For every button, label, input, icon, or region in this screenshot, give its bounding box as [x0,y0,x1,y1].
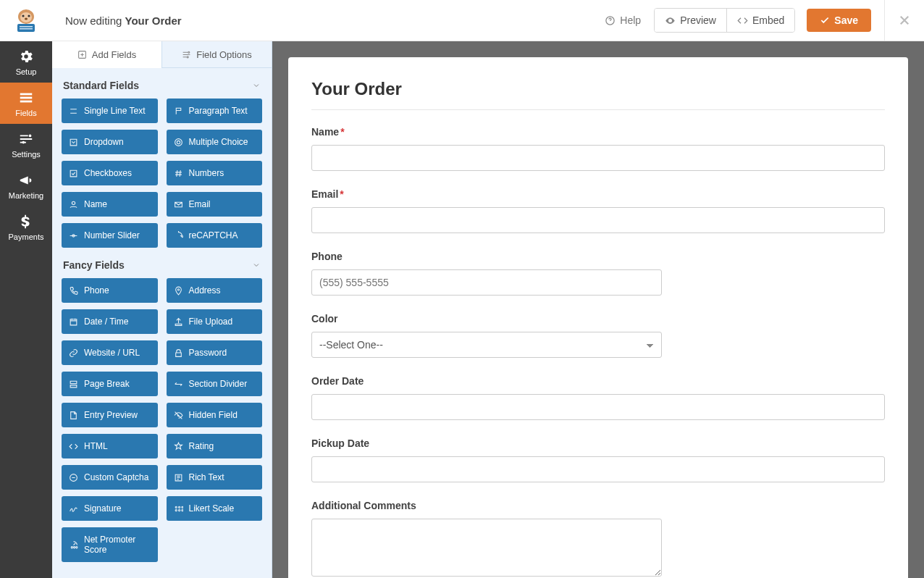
nav-label: Payments [9,233,44,241]
panel-tabs: Add Fields Field Options [52,41,272,68]
embed-button[interactable]: Embed [726,9,794,32]
field-type-net-promoter-score[interactable]: Net Promoter Score [62,527,158,562]
svg-rect-8 [20,93,33,95]
field-comments[interactable]: Additional Comments [311,500,885,578]
preview-button[interactable]: Preview [655,9,726,32]
field-type-likert-scale[interactable]: Likert Scale [167,496,263,521]
field-type-email[interactable]: Email [167,192,263,217]
field-type-password[interactable]: Password [167,340,263,365]
color-select[interactable]: --Select One-- [311,332,662,358]
svg-rect-6 [20,26,33,28]
help-link[interactable]: Help [605,14,641,26]
svg-point-12 [22,141,25,143]
field-icon [69,231,78,240]
field-icon [174,504,183,514]
svg-rect-10 [20,100,33,102]
nav-label: Fields [15,109,36,117]
phone-input[interactable] [311,269,662,296]
side-panel: Add Fields Field Options Standard Fields… [52,41,272,578]
field-type-website-url[interactable]: Website / URL [62,340,158,365]
field-type-paragraph-text[interactable]: Paragraph Text [167,99,263,123]
tab-add-fields[interactable]: Add Fields [52,41,162,68]
app-logo [0,0,52,41]
field-type-number-slider[interactable]: Number Slider [62,223,158,248]
field-name[interactable]: Name* [311,126,885,171]
field-type-date-time[interactable]: Date / Time [62,309,158,334]
field-type-entry-preview[interactable]: Entry Preview [62,403,158,427]
field-type-page-break[interactable]: Page Break [62,372,158,396]
field-icon [174,348,183,358]
email-input[interactable] [311,207,885,233]
field-type-recaptcha[interactable]: reCAPTCHA [167,223,263,248]
field-icon [69,442,78,451]
tab-field-options[interactable]: Field Options [162,41,272,68]
field-type-custom-captcha[interactable]: Custom Captcha [62,465,158,490]
field-type-numbers[interactable]: Numbers [167,161,263,185]
svg-point-3 [28,14,30,17]
nav-label: Marketing [9,191,43,200]
nav-label: Settings [12,150,41,159]
pickup-date-input[interactable] [311,456,885,482]
svg-rect-9 [20,96,33,99]
comments-textarea[interactable] [311,519,662,577]
field-icon [174,442,183,451]
field-email[interactable]: Email* [311,188,885,233]
form-card: Your Order Name* Email* Phone [288,57,908,578]
field-icon [69,106,78,116]
nav-setup[interactable]: Setup [0,41,52,83]
section-standard-fields[interactable]: Standard Fields [62,68,262,99]
preview-embed-group: Preview Embed [654,8,795,33]
field-type-checkboxes[interactable]: Checkboxes [62,161,158,185]
svg-point-16 [187,56,188,57]
field-type-section-divider[interactable]: Section Divider [167,372,263,396]
field-type-signature[interactable]: Signature [62,496,158,521]
nav-payments[interactable]: Payments [0,206,52,248]
field-pickup-date[interactable]: Pickup Date [311,437,885,482]
chevron-down-icon [252,261,261,269]
field-icon [69,473,78,482]
svg-rect-5 [17,24,35,32]
nav-fields[interactable]: Fields [0,83,52,124]
order-date-input[interactable] [311,394,885,420]
field-type-address[interactable]: Address [167,278,263,303]
svg-point-1 [20,12,32,22]
field-phone[interactable]: Phone [311,251,885,296]
nav-marketing[interactable]: Marketing [0,165,52,206]
svg-point-15 [188,51,190,53]
field-type-multiple-choice[interactable]: Multiple Choice [167,130,263,154]
field-color[interactable]: Color --Select One-- [311,313,885,358]
field-type-single-line-text[interactable]: Single Line Text [62,99,158,123]
svg-point-11 [29,134,32,137]
field-type-name[interactable]: Name [62,192,158,217]
field-type-hidden-field[interactable]: Hidden Field [167,403,263,427]
editing-title: Now editing Your Order [65,14,182,27]
svg-rect-7 [20,28,33,30]
field-icon [174,317,183,327]
field-label: Name* [311,126,885,138]
close-button[interactable] [884,0,911,41]
field-icon [174,286,183,296]
field-label: Email* [311,188,885,200]
section-fancy-fields[interactable]: Fancy Fields [62,248,262,278]
field-type-file-upload[interactable]: File Upload [167,309,263,334]
field-icon [174,380,183,389]
divider [311,109,885,110]
field-type-dropdown[interactable]: Dropdown [62,130,158,154]
name-input[interactable] [311,145,885,171]
field-icon [174,169,183,178]
field-order-date[interactable]: Order Date [311,375,885,420]
svg-point-4 [25,18,28,20]
field-type-rich-text[interactable]: Rich Text [167,465,263,490]
field-icon [69,138,78,147]
field-icon [174,138,183,147]
field-type-phone[interactable]: Phone [62,278,158,303]
field-type-html[interactable]: HTML [62,434,158,458]
field-icon [69,286,78,296]
field-type-rating[interactable]: Rating [167,434,263,458]
form-canvas: Your Order Name* Email* Phone [272,41,924,578]
field-icon [174,106,183,116]
nav-settings[interactable]: Settings [0,124,52,165]
save-button[interactable]: Save [807,9,871,32]
nav-label: Setup [16,67,37,76]
nav-rail: Setup Fields Settings Marketing Payments [0,0,52,578]
